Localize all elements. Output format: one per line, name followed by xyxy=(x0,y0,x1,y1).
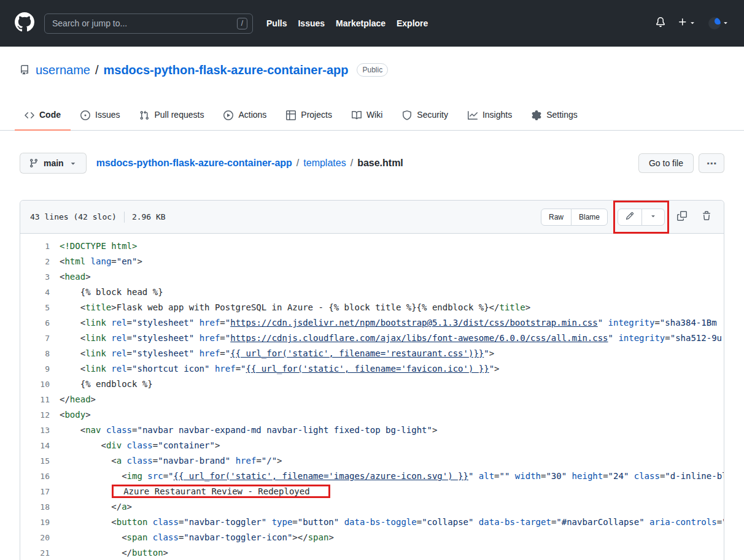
code-body: 1<!DOCTYPE html>2<html lang="en">3<head>… xyxy=(20,234,724,560)
line-content: {% endblock %} xyxy=(50,377,724,392)
line-content: {% block head %} xyxy=(50,285,724,300)
slash-key-hint: / xyxy=(237,18,247,29)
raw-button[interactable]: Raw xyxy=(541,209,572,226)
gear-icon xyxy=(532,110,541,120)
edit-file-button[interactable] xyxy=(618,209,642,226)
tab-label: Settings xyxy=(546,109,578,121)
code-line: 16 <img src="{{ url_for('static', filena… xyxy=(20,469,724,484)
mark-github-icon xyxy=(15,12,34,34)
line-content: <link rel="shortcut icon" href="{{ url_f… xyxy=(50,361,724,377)
notifications-button[interactable] xyxy=(656,17,665,29)
tab-label: Issues xyxy=(95,109,120,121)
copy-icon xyxy=(677,211,687,223)
line-number[interactable]: 18 xyxy=(20,499,50,515)
line-content: <link rel="stylesheet" href="{{ url_for(… xyxy=(50,346,724,361)
line-number[interactable]: 19 xyxy=(20,515,50,530)
pencil-icon xyxy=(626,212,634,222)
tab-wiki[interactable]: Wiki xyxy=(342,101,392,131)
issue-opened-icon xyxy=(80,110,90,120)
line-number[interactable]: 9 xyxy=(20,361,50,377)
file-view: 43 lines (42 sloc) 2.96 KB Raw Blame 1<!… xyxy=(20,200,724,560)
top-navbar: Search or jump to... / PullsIssuesMarket… xyxy=(0,0,744,47)
line-number[interactable]: 2 xyxy=(20,254,50,269)
graph-icon xyxy=(468,110,478,120)
line-number[interactable]: 14 xyxy=(20,438,50,453)
play-icon xyxy=(223,110,233,120)
nav-link-explore[interactable]: Explore xyxy=(397,18,428,28)
line-number[interactable]: 8 xyxy=(20,346,50,361)
line-number[interactable]: 7 xyxy=(20,331,50,346)
breadcrumb-folder-link[interactable]: templates xyxy=(303,158,346,169)
blame-button[interactable]: Blame xyxy=(571,209,608,226)
repo-tabs: CodeIssuesPull requestsActionsProjectsWi… xyxy=(15,101,729,130)
code-line: 8 <link rel="stylesheet" href="{{ url_fo… xyxy=(20,346,724,361)
file-actions: Raw Blame xyxy=(541,209,714,226)
line-content: <head> xyxy=(50,269,724,285)
nav-link-pulls[interactable]: Pulls xyxy=(266,18,287,28)
more-options-button[interactable]: ⋯ xyxy=(699,153,724,173)
repo-title: username / msdocs-python-flask-azure-con… xyxy=(36,61,348,79)
tab-settings[interactable]: Settings xyxy=(522,101,587,131)
code-line: 17 Azure Restaurant Review - Redeployed xyxy=(20,484,724,499)
breadcrumb-repo-link[interactable]: msdocs-python-flask-azure-container-app xyxy=(96,158,292,169)
github-logo[interactable] xyxy=(15,12,34,34)
breadcrumb-file-name: base.html xyxy=(357,158,403,169)
breadcrumb-separator: / xyxy=(296,158,299,169)
git-branch-icon xyxy=(29,158,39,168)
code-line: 11</head> xyxy=(20,392,724,407)
repo-path-separator: / xyxy=(95,61,99,79)
branch-selector-button[interactable]: main xyxy=(20,153,87,174)
code-line: 14 <div class="container"> xyxy=(20,438,724,453)
tab-label: Security xyxy=(417,109,448,121)
line-number[interactable]: 3 xyxy=(20,269,50,285)
meta-divider xyxy=(124,212,125,223)
nav-link-issues[interactable]: Issues xyxy=(298,18,325,28)
caret-down-icon xyxy=(689,18,696,29)
nav-link-marketplace[interactable]: Marketplace xyxy=(336,18,386,28)
line-number[interactable]: 10 xyxy=(20,377,50,392)
tab-label: Code xyxy=(39,109,61,121)
tab-label: Actions xyxy=(238,109,266,121)
search-input[interactable]: Search or jump to... / xyxy=(44,13,253,34)
line-number[interactable]: 16 xyxy=(20,469,50,484)
line-number[interactable]: 5 xyxy=(20,300,50,315)
line-number[interactable]: 21 xyxy=(20,545,50,560)
edit-dropdown-button[interactable] xyxy=(641,209,665,226)
main-content: main msdocs-python-flask-azure-container… xyxy=(0,153,744,560)
file-size-meta: 2.96 KB xyxy=(132,212,166,221)
tab-insights[interactable]: Insights xyxy=(458,101,522,131)
tab-projects[interactable]: Projects xyxy=(276,101,342,131)
code-line: 7 <link rel="stylesheet" href="https://c… xyxy=(20,331,724,346)
repo-header: username / msdocs-python-flask-azure-con… xyxy=(0,47,744,79)
line-number[interactable]: 15 xyxy=(20,453,50,469)
branch-name: main xyxy=(44,158,64,168)
line-number[interactable]: 17 xyxy=(20,484,50,499)
line-content: <title>Flask web app with PostgreSQL in … xyxy=(50,300,724,315)
tab-issues[interactable]: Issues xyxy=(71,101,130,131)
line-number[interactable]: 13 xyxy=(20,423,50,438)
delete-file-button[interactable] xyxy=(699,209,714,225)
code-line: 5 <title>Flask web app with PostgreSQL i… xyxy=(20,300,724,315)
line-number[interactable]: 11 xyxy=(20,392,50,407)
copy-file-button[interactable] xyxy=(675,209,689,225)
line-number[interactable]: 1 xyxy=(20,239,50,254)
line-content: <link rel="stylesheet" href="https://cdn… xyxy=(50,315,724,331)
line-number[interactable]: 12 xyxy=(20,407,50,423)
code-line: 20 <span class="navbar-toggler-icon"></s… xyxy=(20,530,724,545)
user-menu[interactable] xyxy=(708,17,729,29)
tab-actions[interactable]: Actions xyxy=(214,101,276,131)
tab-security[interactable]: Security xyxy=(392,101,458,131)
line-number[interactable]: 6 xyxy=(20,315,50,331)
line-content: </button> xyxy=(50,545,724,560)
tab-pull-requests[interactable]: Pull requests xyxy=(130,101,214,131)
create-new-menu[interactable] xyxy=(678,17,696,29)
code-line: 9 <link rel="shortcut icon" href="{{ url… xyxy=(20,361,724,377)
line-number[interactable]: 4 xyxy=(20,285,50,300)
caret-down-icon xyxy=(649,212,657,221)
go-to-file-button[interactable]: Go to file xyxy=(638,153,694,173)
tab-label: Projects xyxy=(301,109,332,121)
line-number[interactable]: 20 xyxy=(20,530,50,545)
repo-name-link[interactable]: msdocs-python-flask-azure-container-app xyxy=(104,61,349,79)
tab-code[interactable]: Code xyxy=(15,101,71,131)
repo-owner-link[interactable]: username xyxy=(36,61,90,79)
